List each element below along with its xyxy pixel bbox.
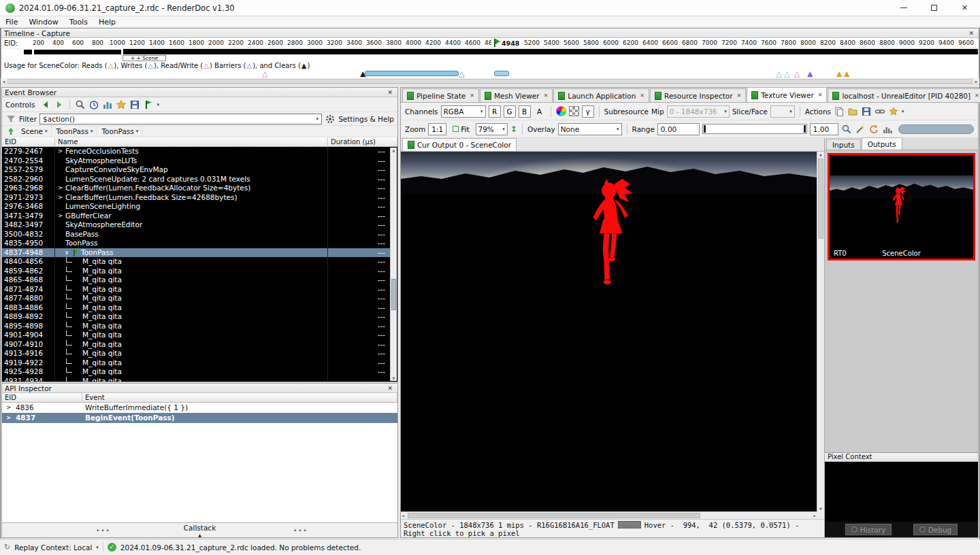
column-eid[interactable]: EID <box>2 137 55 146</box>
tab-close-icon[interactable]: ✕ <box>640 92 644 99</box>
find-event-icon[interactable] <box>75 99 86 110</box>
mip-dropdown[interactable]: 0 - 1848x736 ▾ <box>667 105 730 118</box>
event-row[interactable]: 2971-2973 > ClearBuffer(Lumen.Feedback S… <box>2 193 391 203</box>
splitter-grip[interactable]: ••• <box>293 527 308 534</box>
autofit-wand-icon[interactable] <box>855 124 866 135</box>
usage-range-bar[interactable] <box>494 71 509 76</box>
event-row[interactable]: 4837-4948 ∨ ToonPass --- <box>2 248 391 258</box>
menu-item[interactable]: Help <box>93 16 121 28</box>
scroll-down-icon[interactable]: ▼ <box>817 507 824 511</box>
expand-arrow-icon[interactable]: > <box>58 193 65 203</box>
scroll-up-icon[interactable]: ▲ <box>391 148 397 152</box>
prev-event-icon[interactable] <box>40 99 51 110</box>
breadcrumb-caret-icon[interactable]: ▾ <box>136 129 139 134</box>
range-slider[interactable] <box>702 124 807 134</box>
doc-tab[interactable]: Mesh Viewer ✕ <box>480 88 553 102</box>
column-duration[interactable]: Duration (µs) <box>328 137 397 146</box>
event-browser-close-icon[interactable]: ✕ <box>385 89 395 96</box>
save-texture-icon[interactable] <box>861 106 872 117</box>
usage-marker-icon[interactable]: △ <box>784 69 789 78</box>
range-histogram-bar[interactable] <box>898 124 974 134</box>
history-button[interactable]: History <box>845 524 892 535</box>
event-row[interactable]: 4877-4880 M_qita qita --- <box>2 294 391 303</box>
gamma-button[interactable]: γ <box>582 105 594 118</box>
event-row[interactable]: 4931-4934 M_qita qita --- <box>2 377 391 382</box>
usage-marker-icon[interactable]: △ <box>459 69 464 78</box>
tab-close-icon[interactable]: ✕ <box>975 92 979 99</box>
usage-range-bar[interactable] <box>365 71 459 76</box>
doc-tab[interactable]: Pipeline State ✕ <box>402 88 479 102</box>
scroll-right-icon[interactable]: ► <box>813 512 816 519</box>
expand-arrow-icon[interactable]: > <box>58 184 65 193</box>
event-row[interactable]: 2963-2968 > ClearBuffer(Lumen.FeedbackAl… <box>2 184 391 193</box>
zoom-range-icon[interactable] <box>841 124 852 135</box>
io-tab[interactable]: Outputs <box>862 137 902 150</box>
expand-arrow-icon[interactable]: > <box>58 147 65 156</box>
event-row[interactable]: 4883-4886 M_qita qita --- <box>2 303 391 313</box>
fit-button[interactable]: Fit <box>449 123 472 135</box>
save-icon[interactable] <box>129 99 140 110</box>
column-event[interactable]: Event <box>82 393 397 402</box>
timer-icon[interactable] <box>88 99 99 110</box>
usage-marker-icon[interactable]: ▲ <box>836 69 842 78</box>
scroll-right-icon[interactable]: ► <box>975 78 978 84</box>
flip-y-icon[interactable]: ↕ <box>510 124 517 134</box>
breadcrumb-item[interactable]: ToonPass ▾ <box>98 127 142 137</box>
pixel-context-view[interactable] <box>825 462 978 522</box>
histogram-icon[interactable] <box>882 124 893 135</box>
event-row[interactable]: 2470-2554 SkyAtmosphereLUTs --- <box>2 156 391 166</box>
filter-dropdown-icon[interactable]: ▾ <box>316 116 319 122</box>
checkerboard-background-icon[interactable] <box>569 106 579 116</box>
event-row[interactable]: 2976-3468 LumenSceneLighting --- <box>2 202 391 212</box>
event-row[interactable]: 3482-3497 SkyAtmosphereEditor --- <box>2 220 391 230</box>
scroll-up-icon[interactable]: ▲ <box>817 152 824 156</box>
bookmark-flag-icon[interactable] <box>143 99 154 110</box>
tab-close-icon[interactable]: ✕ <box>818 92 823 98</box>
event-row[interactable]: 4835-4950 ToonPass --- <box>2 239 391 248</box>
replay-context-label[interactable]: Replay Context: Local <box>14 543 92 552</box>
menu-item[interactable]: Tools <box>64 16 93 28</box>
next-event-icon[interactable] <box>54 99 65 110</box>
event-row[interactable]: 2557-2579 CaptureConvolveSkyEnvMap --- <box>2 165 391 175</box>
link-resource-icon[interactable] <box>875 106 885 117</box>
timeline-frame-bar[interactable] <box>24 50 32 54</box>
scroll-left-icon[interactable]: ◄ <box>2 78 5 84</box>
menu-item[interactable]: File <box>0 16 23 28</box>
texture-horizontal-scrollbar[interactable]: ◄ ► <box>401 511 817 519</box>
open-folder-icon[interactable] <box>847 106 858 117</box>
settings-help-label[interactable]: Settings & Help <box>338 115 394 123</box>
event-row[interactable]: 4901-4904 M_qita qita --- <box>2 331 391 340</box>
breadcrumb-caret-icon[interactable]: ▾ <box>91 129 93 134</box>
event-row[interactable]: 2582-2960 LumenSceneUpdate: 2 card captu… <box>2 175 391 184</box>
color-wheel-icon[interactable] <box>556 106 566 116</box>
range-max-input[interactable]: 1.00 <box>810 123 838 135</box>
red-channel-button[interactable]: R <box>489 105 501 118</box>
texture-display[interactable]: ▲ ▼ ◄ ► <box>401 152 824 519</box>
close-button[interactable]: ✕ <box>949 0 980 16</box>
event-row[interactable]: 3500-4832 BasePass --- <box>2 230 391 239</box>
reset-range-icon[interactable] <box>868 124 879 135</box>
tab-close-icon[interactable]: ✕ <box>544 92 549 99</box>
tab-close-icon[interactable]: ✕ <box>470 92 474 99</box>
timeline-scroll-thumb[interactable] <box>7 79 973 84</box>
event-row[interactable]: 4907-4910 M_qita qita --- <box>2 340 391 350</box>
expand-arrow-icon[interactable]: ∨ <box>65 248 72 258</box>
column-name[interactable]: Name <box>55 137 328 146</box>
green-channel-button[interactable]: G <box>504 105 516 118</box>
doc-tab[interactable]: Texture Viewer ✕ <box>747 87 827 102</box>
usage-marker-icon[interactable]: ▲ <box>844 69 849 78</box>
zoom-dropdown[interactable]: 79% ▾ <box>476 123 508 135</box>
debug-button[interactable]: Debug <box>913 524 958 535</box>
goto-star-icon[interactable] <box>888 106 899 117</box>
slice-face-dropdown[interactable]: ▾ <box>770 105 795 118</box>
expand-arrow-icon[interactable]: > <box>6 413 12 423</box>
menu-item[interactable]: Window <box>23 16 63 28</box>
event-row[interactable]: 3471-3479 > GBufferClear --- <box>2 212 391 221</box>
scroll-left-icon[interactable]: ◄ <box>402 512 404 519</box>
rt0-thumbnail[interactable]: RT0 SceneColor <box>828 153 975 260</box>
breadcrumb-caret-icon[interactable]: ▾ <box>45 129 48 134</box>
timeline-close-icon[interactable]: ✕ <box>966 30 976 37</box>
minimize-button[interactable] <box>888 0 919 16</box>
event-row[interactable]: 4895-4898 M_qita qita --- <box>2 322 391 331</box>
event-scroll-thumb[interactable] <box>391 279 396 310</box>
